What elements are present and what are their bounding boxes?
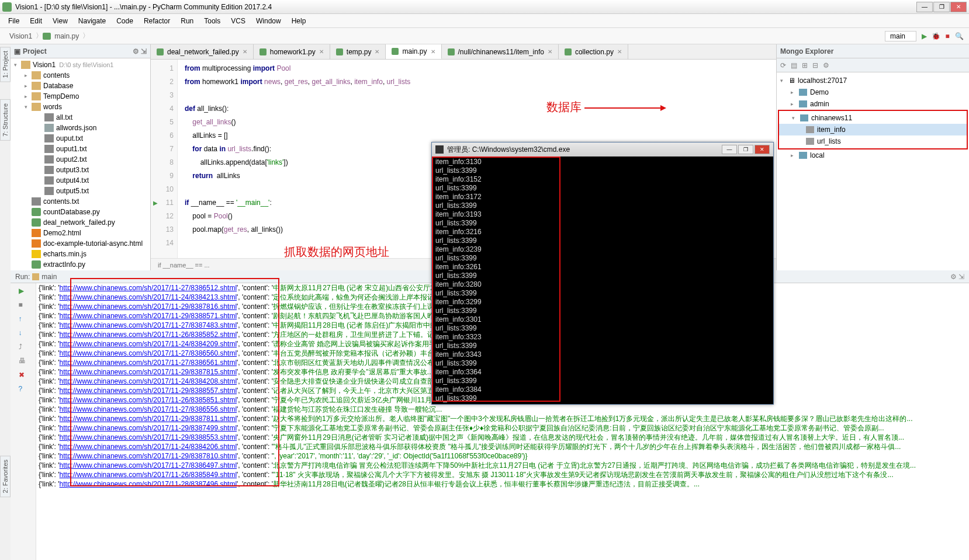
console-link[interactable]: http://www.chinanews.com/sh/2017/11-28/8… <box>60 480 237 488</box>
console-link[interactable]: http://www.chinanews.com/sh/2017/11-29/8… <box>60 433 237 441</box>
close-tab-icon[interactable]: ✕ <box>617 48 622 55</box>
tree-item[interactable]: ouput2.txt <box>12 154 149 165</box>
console-link[interactable]: http://www.chinanews.com/sh/2017/11-27/8… <box>60 359 237 367</box>
cmd-close-button[interactable]: ✕ <box>755 145 770 154</box>
tab-deal_network_failed.py[interactable]: deal_network_failed.py✕ <box>151 44 254 59</box>
console-link[interactable]: http://www.chinanews.com/sh/2017/11-24/8… <box>60 340 237 348</box>
project-tree[interactable]: ▾Vision1D:\0 sty file\Vision1▸contents▸D… <box>11 58 150 271</box>
console-link[interactable]: http://www.chinanews.com/sh/2017/11-27/8… <box>60 405 237 413</box>
cmd-window[interactable]: 管理员: C:\Windows\system32\cmd.exe — ❐ ✕ i… <box>431 142 774 405</box>
cmd-max-button[interactable]: ❐ <box>738 145 753 154</box>
console-link[interactable]: http://www.chinanews.com/sh/2017/11-27/8… <box>60 284 237 292</box>
tree-icon[interactable]: ▤ <box>791 61 797 69</box>
console-link[interactable]: http://www.chinanews.com/sh/2017/11-27/8… <box>60 461 237 469</box>
settings-icon[interactable]: ⚙ <box>823 61 829 69</box>
console-link[interactable]: http://www.chinanews.com/sh/2017/11-24/8… <box>60 443 237 451</box>
cmd-min-button[interactable]: — <box>722 145 737 154</box>
tab-homework1.py[interactable]: homework1.py✕ <box>254 44 330 59</box>
breadcrumb-root[interactable]: Vision1 <box>6 31 36 41</box>
maximize-button[interactable]: ❐ <box>933 2 950 12</box>
tab-main.py[interactable]: main.py✕ <box>386 44 441 59</box>
menu-refactor[interactable]: Refactor <box>139 16 175 26</box>
close-tab-icon[interactable]: ✕ <box>375 48 379 55</box>
close-run-icon[interactable]: ✖ <box>19 371 28 380</box>
menu-edit[interactable]: Edit <box>25 16 47 26</box>
menu-tools[interactable]: Tools <box>199 16 225 26</box>
console-link[interactable]: http://www.chinanews.com/sh/2017/11-26/8… <box>60 471 237 479</box>
tree-item[interactable]: output3.txt <box>12 165 149 175</box>
help-icon[interactable]: ? <box>19 385 28 394</box>
run-icon[interactable]: ▶ <box>920 32 928 40</box>
tree-item[interactable]: allwords.json <box>12 123 149 133</box>
cmd-titlebar[interactable]: 管理员: C:\Windows\system32\cmd.exe — ❐ ✕ <box>432 142 773 156</box>
sidetab-structure[interactable]: 7: Structure <box>0 99 11 141</box>
menu-code[interactable]: Code <box>112 16 138 26</box>
tab-collection.py[interactable]: collection.py✕ <box>559 44 628 59</box>
tree-item[interactable]: ▾Vision1D:\0 sty file\Vision1 <box>12 60 149 70</box>
sidetab-favorites[interactable]: 2: Favorites <box>0 455 11 497</box>
tree-item[interactable]: ouput1.txt <box>12 144 149 154</box>
console-link[interactable]: http://www.chinanews.com/sh/2017/11-29/8… <box>60 368 237 376</box>
menu-window[interactable]: Window <box>251 16 286 26</box>
debug-icon[interactable]: 🐞 <box>932 32 940 40</box>
minimize-button[interactable]: — <box>916 2 933 12</box>
print-icon[interactable]: 🖶 <box>19 357 28 366</box>
console-link[interactable]: http://www.chinanews.com/sh/2017/11-29/8… <box>60 387 237 395</box>
add-icon[interactable]: ⊞ <box>802 61 808 69</box>
console-link[interactable]: http://www.chinanews.com/sh/2017/11-26/8… <box>60 331 237 339</box>
tab-temp.py[interactable]: temp.py✕ <box>330 44 386 59</box>
menu-file[interactable]: File <box>4 16 24 26</box>
console-link[interactable]: http://www.chinanews.com/sh/2017/11-27/8… <box>60 321 237 329</box>
console-link[interactable]: http://www.chinanews.com/sh/2017/11-29/8… <box>60 452 237 460</box>
console-link[interactable]: http://www.chinanews.com/sh/2017/11-29/8… <box>60 424 237 432</box>
tree-item[interactable]: Demo2.html <box>12 228 149 238</box>
tree-item[interactable]: contents.txt <box>12 196 149 207</box>
close-tab-icon[interactable]: ✕ <box>243 48 247 55</box>
tree-item[interactable]: extractInfo.py <box>12 259 149 270</box>
console-link[interactable]: http://www.chinanews.com/sh/2017/11-26/8… <box>60 396 237 404</box>
tree-item[interactable]: all.txt <box>12 112 149 123</box>
tree-item[interactable]: ▸contents <box>12 70 149 81</box>
menu-vcs[interactable]: VCS <box>226 16 250 26</box>
breadcrumb-file[interactable]: main.py <box>51 31 82 41</box>
menu-run[interactable]: Run <box>176 16 198 26</box>
menu-help[interactable]: Help <box>287 16 311 26</box>
rerun-icon[interactable]: ▶ <box>19 287 28 296</box>
tree-item[interactable]: ▸Database <box>12 81 149 91</box>
tree-item[interactable]: output5.txt <box>12 186 149 196</box>
console-link[interactable]: http://www.chinanews.com/sh/2017/11-24/8… <box>60 377 237 385</box>
tab-/null/chinanews11/item_info[interactable]: /null/chinanews11/item_info✕ <box>442 44 559 59</box>
run-config-select[interactable]: main <box>885 31 916 41</box>
sidetab-project[interactable]: 1: Project <box>0 47 11 82</box>
cmd-output[interactable]: item_info:3130url_lists:3399item_info:31… <box>432 156 773 404</box>
console-link[interactable]: http://www.chinanews.com/sh/2017/11-24/8… <box>60 293 237 301</box>
delete-icon[interactable]: ⊟ <box>812 61 818 69</box>
console-link[interactable]: http://www.chinanews.com/sh/2017/11-27/8… <box>60 349 237 357</box>
stop-icon[interactable]: ■ <box>943 32 951 40</box>
stop-run-icon[interactable]: ■ <box>19 301 28 310</box>
export-icon[interactable]: ⤴ <box>19 343 28 352</box>
app-icon <box>2 2 12 12</box>
tree-item[interactable]: ouput.txt <box>12 133 149 144</box>
close-tab-icon[interactable]: ✕ <box>431 48 435 55</box>
tree-item[interactable]: ▸TempDemo <box>12 91 149 102</box>
tree-item[interactable]: countDatabase.py <box>12 207 149 217</box>
close-button[interactable]: ✕ <box>950 2 967 12</box>
tree-item[interactable]: deal_network_failed.py <box>12 217 149 228</box>
menu-navigate[interactable]: Navigate <box>74 16 110 26</box>
console-link[interactable]: http://www.chinanews.com/sh/2017/11-29/8… <box>60 415 237 423</box>
tree-item[interactable]: doc-example-tutorial-async.html <box>12 238 149 249</box>
refresh-icon[interactable]: ⟳ <box>780 61 786 69</box>
close-tab-icon[interactable]: ✕ <box>548 48 552 55</box>
up-icon[interactable]: ↑ <box>19 315 28 324</box>
console-link[interactable]: http://www.chinanews.com/sh/2017/11-29/8… <box>60 312 237 320</box>
tree-item[interactable]: ▾words <box>12 102 149 112</box>
tree-item[interactable]: output4.txt <box>12 175 149 186</box>
tree-item[interactable]: echarts.min.js <box>12 249 149 259</box>
close-tab-icon[interactable]: ✕ <box>319 48 324 55</box>
console-link[interactable]: http://www.chinanews.com/sh/2017/11-29/8… <box>60 302 237 311</box>
search-icon[interactable]: 🔍 <box>955 32 963 40</box>
mongo-tree[interactable]: ▾🖥 localhost:27017 ▸Demo ▸admin ▾chinane… <box>777 72 969 271</box>
menu-view[interactable]: View <box>48 16 72 26</box>
down-icon[interactable]: ↓ <box>19 329 28 338</box>
